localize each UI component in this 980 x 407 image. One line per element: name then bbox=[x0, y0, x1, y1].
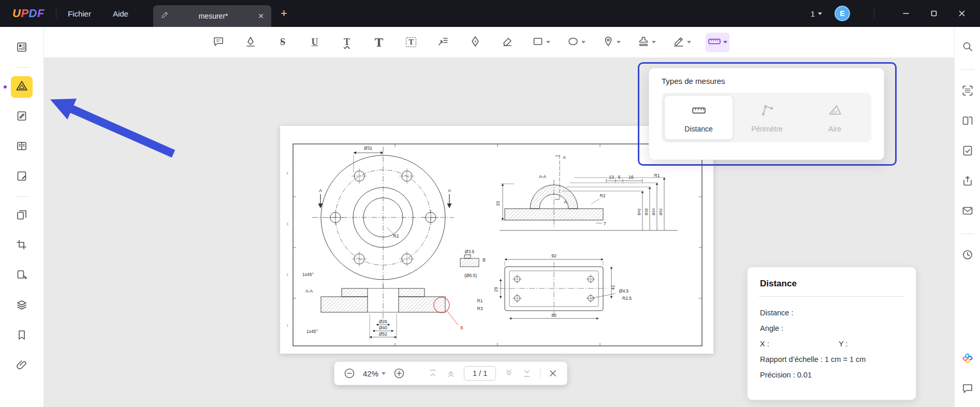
svg-text:R2: R2 bbox=[393, 234, 399, 239]
area-icon bbox=[827, 103, 843, 120]
sidebar-item-bookmark[interactable] bbox=[11, 325, 33, 347]
strikethrough-icon: S bbox=[280, 37, 285, 48]
sidebar-item-thumbnails[interactable] bbox=[11, 37, 33, 59]
highlighter-icon bbox=[244, 35, 257, 49]
ocr-button[interactable] bbox=[959, 83, 976, 100]
edit-page-icon bbox=[16, 170, 28, 184]
underline-tool-button[interactable]: U bbox=[305, 33, 325, 52]
zoom-in-button[interactable] bbox=[393, 368, 405, 379]
comment-panel-button[interactable] bbox=[959, 381, 976, 398]
signature-tool-button[interactable] bbox=[670, 33, 693, 52]
rectangle-shape-tool-button[interactable] bbox=[530, 33, 552, 52]
svg-text:Ø42: Ø42 bbox=[637, 208, 641, 215]
callout-tool-button[interactable] bbox=[433, 33, 453, 52]
zoom-out-button[interactable] bbox=[344, 368, 355, 379]
minimize-button[interactable] bbox=[898, 6, 914, 21]
strikethrough-tool-button[interactable]: S bbox=[273, 33, 292, 52]
share-button[interactable] bbox=[959, 173, 976, 190]
sidebar-item-layers[interactable] bbox=[11, 295, 33, 317]
svg-text:92: 92 bbox=[551, 253, 557, 258]
sidebar-item-read[interactable] bbox=[11, 136, 33, 158]
stamp-icon bbox=[637, 35, 650, 49]
sidebar-item-annotate[interactable] bbox=[11, 106, 33, 128]
pin-tool-button[interactable] bbox=[600, 33, 623, 52]
maximize-button[interactable] bbox=[926, 6, 942, 21]
eraser-tool-button[interactable] bbox=[498, 33, 517, 52]
divider bbox=[874, 9, 874, 18]
squiggly-tool-button[interactable]: T bbox=[337, 33, 357, 52]
xy-row: X : Y : bbox=[760, 336, 903, 352]
sidebar-item-edit[interactable] bbox=[11, 166, 33, 188]
pin-icon bbox=[602, 35, 615, 49]
new-tab-button[interactable]: + bbox=[281, 7, 287, 20]
ellipse-shape-tool-button[interactable] bbox=[565, 33, 588, 52]
paperclip-icon bbox=[16, 359, 28, 373]
svg-text:Ø31: Ø31 bbox=[364, 146, 372, 151]
sidebar-item-measure[interactable] bbox=[11, 76, 33, 98]
search-button[interactable] bbox=[959, 39, 976, 56]
chevron-down-icon bbox=[581, 41, 586, 43]
ai-assistant-button[interactable] bbox=[959, 351, 976, 368]
sidebar-item-crop[interactable] bbox=[11, 235, 33, 257]
sidebar-item-convert[interactable] bbox=[11, 265, 33, 287]
svg-text:A: A bbox=[564, 199, 567, 205]
stamp-tool-button[interactable] bbox=[635, 33, 658, 52]
page-indicator[interactable]: 1 / 1 bbox=[464, 366, 496, 381]
measure-option-aire[interactable]: Aire bbox=[801, 95, 869, 140]
thumbnails-icon bbox=[16, 41, 28, 55]
left-sidebar bbox=[0, 27, 44, 407]
ocr-icon bbox=[961, 84, 974, 99]
pencil-tool-button[interactable] bbox=[465, 33, 485, 52]
search-icon bbox=[961, 40, 974, 55]
window-count-dropdown[interactable]: 1 bbox=[811, 9, 822, 18]
svg-text:41: 41 bbox=[610, 285, 616, 290]
crop-icon bbox=[16, 239, 28, 253]
measure-option-distance[interactable]: Distance bbox=[664, 95, 733, 140]
menu-aide[interactable]: Aide bbox=[113, 9, 128, 18]
email-button[interactable] bbox=[959, 204, 976, 220]
underline-icon: U bbox=[312, 37, 318, 48]
svg-text:7: 7 bbox=[604, 221, 606, 226]
compare-button[interactable] bbox=[959, 113, 976, 130]
divider bbox=[961, 69, 974, 70]
document-tab[interactable]: mesurer* ✕ bbox=[153, 5, 271, 27]
next-page-button[interactable] bbox=[504, 368, 514, 379]
text-icon: T bbox=[375, 36, 383, 49]
svg-text:29: 29 bbox=[493, 287, 499, 292]
precision-row: Précision : 0.01 bbox=[760, 367, 903, 383]
svg-text:R2: R2 bbox=[600, 193, 606, 198]
organize-pages-icon bbox=[16, 209, 28, 223]
svg-text:3: 3 bbox=[286, 222, 288, 226]
svg-text:1: 1 bbox=[286, 324, 288, 327]
verify-button[interactable] bbox=[959, 143, 976, 160]
measure-options: Distance Périmètre Aire bbox=[662, 93, 871, 142]
first-page-button[interactable] bbox=[428, 368, 438, 379]
close-button[interactable] bbox=[954, 6, 970, 21]
highlight-tool-button[interactable] bbox=[241, 33, 260, 52]
mail-icon bbox=[961, 205, 974, 219]
svg-text:R2.5: R2.5 bbox=[622, 296, 632, 301]
textbox-tool-button[interactable]: T bbox=[401, 33, 421, 52]
comment-tool-button[interactable] bbox=[209, 33, 228, 52]
sidebar-item-organize[interactable] bbox=[11, 205, 33, 227]
history-button[interactable] bbox=[959, 248, 976, 264]
svg-text:2: 2 bbox=[286, 273, 288, 277]
sidebar-item-attachment[interactable] bbox=[11, 355, 33, 377]
measure-popup-highlight: Types de mesures Distance Périmètre Aire bbox=[638, 62, 897, 166]
close-toolbar-button[interactable] bbox=[548, 369, 558, 378]
measure-option-perimetre[interactable]: Périmètre bbox=[733, 95, 801, 140]
tab-close-icon[interactable]: ✕ bbox=[258, 12, 264, 20]
svg-text:A: A bbox=[448, 188, 451, 193]
page-navigation-toolbar: 42% 1 / 1 bbox=[334, 361, 567, 385]
zoom-level-dropdown[interactable]: 42% bbox=[363, 369, 386, 378]
text-tool-button[interactable]: T bbox=[369, 33, 389, 52]
ruler-icon bbox=[708, 35, 721, 50]
menu-fichier[interactable]: Fichier bbox=[68, 9, 91, 18]
svg-text:R1: R1 bbox=[477, 298, 483, 303]
avatar[interactable]: E bbox=[835, 6, 850, 21]
measure-tool-button[interactable] bbox=[706, 33, 729, 52]
right-sidebar bbox=[954, 27, 980, 407]
previous-page-button[interactable] bbox=[446, 368, 456, 379]
last-page-button[interactable] bbox=[522, 368, 532, 379]
layers-icon bbox=[16, 299, 28, 313]
